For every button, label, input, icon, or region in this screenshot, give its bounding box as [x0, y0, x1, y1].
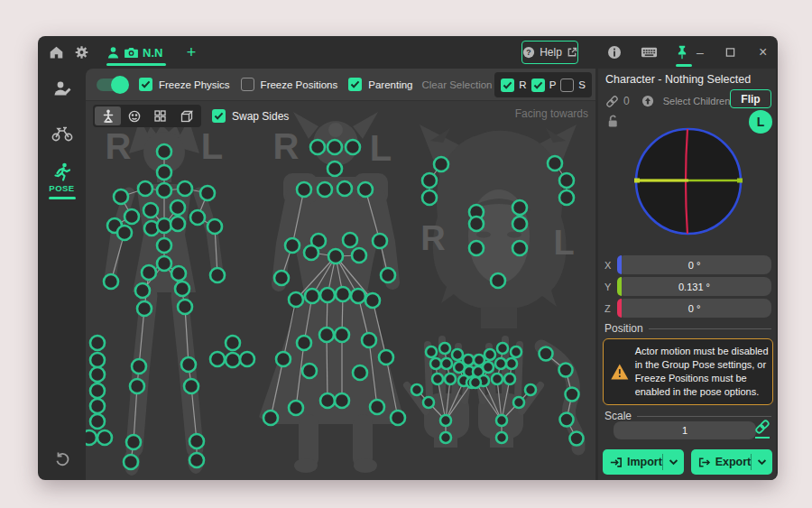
pose-node-face[interactable]: [469, 217, 484, 231]
pose-node-body-front[interactable]: [157, 183, 171, 198]
pose-node-body-back[interactable]: [310, 140, 325, 154]
pose-node-body-front[interactable]: [157, 218, 171, 233]
pose-node-body-front[interactable]: [200, 186, 215, 200]
pose-node-body-front[interactable]: [86, 430, 97, 445]
pose-node-body-front[interactable]: [90, 414, 105, 429]
pose-node-body-back[interactable]: [335, 393, 349, 408]
y-rotation-input[interactable]: 0.131 °: [617, 277, 771, 296]
pose-node-hand-right[interactable]: [525, 384, 536, 395]
pose-node-body-back[interactable]: [289, 292, 303, 307]
pose-node-body-back[interactable]: [370, 400, 384, 414]
pose-node-body-back[interactable]: [297, 182, 311, 197]
pose-node-hand-right[interactable]: [513, 397, 524, 408]
parenting-checkbox[interactable]: Parenting: [348, 78, 412, 91]
settings-button[interactable]: [74, 45, 89, 60]
pose-node-hand-left[interactable]: [440, 432, 451, 443]
pose-node-hand-left[interactable]: [432, 374, 443, 384]
z-rotation-input[interactable]: 0 °: [617, 299, 771, 318]
pose-node-hand-left[interactable]: [452, 349, 463, 360]
scale-link-button[interactable]: [754, 419, 770, 435]
pose-node-hand-left[interactable]: [441, 358, 452, 369]
pose-node-body-front[interactable]: [189, 453, 204, 467]
pose-node-hand-right[interactable]: [496, 415, 507, 426]
pose-node-body-back[interactable]: [336, 287, 350, 301]
pose-node-body-front[interactable]: [157, 256, 171, 271]
pose-node-face[interactable]: [512, 241, 527, 255]
pose-node-body-back[interactable]: [328, 140, 342, 154]
pose-node-face[interactable]: [491, 273, 505, 288]
pose-node-hand-right[interactable]: [495, 358, 506, 369]
sidebar-item-vehicle[interactable]: [38, 125, 86, 143]
pose-node-body-front[interactable]: [157, 165, 171, 180]
pose-node-body-front[interactable]: [157, 238, 171, 253]
import-dropdown-button[interactable]: [663, 458, 684, 466]
clear-selection-button[interactable]: Clear Selection: [422, 79, 493, 90]
mode-face-button[interactable]: [121, 106, 147, 125]
pose-node-tail[interactable]: [570, 432, 584, 446]
pose-node-body-back[interactable]: [304, 245, 318, 260]
scale-input[interactable]: 1: [614, 421, 756, 439]
pose-node-body-front[interactable]: [171, 200, 185, 215]
pose-node-tail[interactable]: [560, 413, 574, 427]
pose-node-body-front[interactable]: [117, 226, 132, 240]
pose-node-body-front[interactable]: [90, 336, 105, 350]
pose-node-face[interactable]: [548, 156, 562, 171]
pose-node-body-front[interactable]: [135, 283, 150, 298]
close-button[interactable]: ×: [759, 44, 767, 60]
pose-node-body-front[interactable]: [90, 353, 105, 367]
freeze-positions-checkbox[interactable]: Freeze Positions: [241, 78, 338, 91]
pose-node-body-front[interactable]: [142, 265, 156, 280]
pose-node-body-front[interactable]: [137, 301, 152, 316]
pose-node-tail[interactable]: [559, 364, 573, 377]
pose-node-body-back[interactable]: [353, 365, 367, 380]
r-checkbox[interactable]: [501, 79, 514, 92]
pose-node-body-front[interactable]: [90, 399, 105, 413]
pose-node-body-front[interactable]: [90, 383, 105, 398]
pose-node-face[interactable]: [559, 173, 574, 188]
pose-node-hand-right[interactable]: [470, 377, 481, 388]
pose-node-body-front[interactable]: [171, 217, 185, 231]
minimize-button[interactable]: –: [697, 45, 704, 60]
pose-node-face[interactable]: [469, 241, 484, 255]
sidebar-item-pose[interactable]: POSE: [38, 162, 86, 199]
info-button[interactable]: [607, 45, 622, 60]
add-tab-button[interactable]: +: [180, 36, 202, 69]
sidebar-item-actor[interactable]: [38, 79, 86, 99]
pose-node-face[interactable]: [512, 200, 527, 215]
export-button[interactable]: Export: [691, 449, 772, 475]
pose-node-tail[interactable]: [566, 388, 579, 402]
pose-node-hand-right[interactable]: [484, 349, 495, 360]
pose-canvas[interactable]: RLRLRL: [86, 101, 595, 480]
pose-node-body-back[interactable]: [274, 271, 289, 285]
pose-node-body-front[interactable]: [226, 353, 240, 367]
pose-node-hand-right[interactable]: [492, 374, 503, 384]
pose-node-body-front[interactable]: [130, 379, 144, 393]
pose-node-body-back[interactable]: [318, 182, 332, 197]
pose-node-body-back[interactable]: [328, 162, 342, 176]
pose-node-body-back[interactable]: [285, 238, 300, 253]
select-children-label[interactable]: Select Children: [663, 96, 731, 106]
pose-node-face[interactable]: [434, 157, 448, 171]
pose-node-tail[interactable]: [540, 347, 553, 361]
pose-node-body-front[interactable]: [157, 144, 171, 159]
pose-node-body-front[interactable]: [124, 455, 138, 469]
pose-node-body-front[interactable]: [125, 209, 139, 224]
mode-body-button[interactable]: [95, 106, 121, 125]
pose-node-body-front[interactable]: [208, 219, 222, 234]
pose-node-hand-right[interactable]: [511, 346, 521, 357]
pose-node-body-back[interactable]: [319, 328, 334, 342]
overlay-toggle[interactable]: [95, 76, 129, 94]
pose-node-body-back[interactable]: [297, 336, 311, 350]
import-button[interactable]: Import: [603, 449, 684, 475]
mode-grid-button[interactable]: [147, 106, 173, 125]
pose-node-body-front[interactable]: [226, 336, 240, 350]
pose-node-body-front[interactable]: [126, 435, 141, 449]
pose-node-hand-left[interactable]: [423, 397, 434, 408]
pose-node-body-back[interactable]: [320, 288, 335, 302]
pose-node-body-back[interactable]: [346, 140, 360, 154]
pose-node-body-back[interactable]: [373, 234, 387, 248]
s-checkbox[interactable]: [560, 79, 574, 92]
rotation-gizmo[interactable]: [632, 125, 744, 237]
pose-node-hand-left[interactable]: [439, 343, 450, 354]
pose-node-body-back[interactable]: [343, 233, 357, 247]
